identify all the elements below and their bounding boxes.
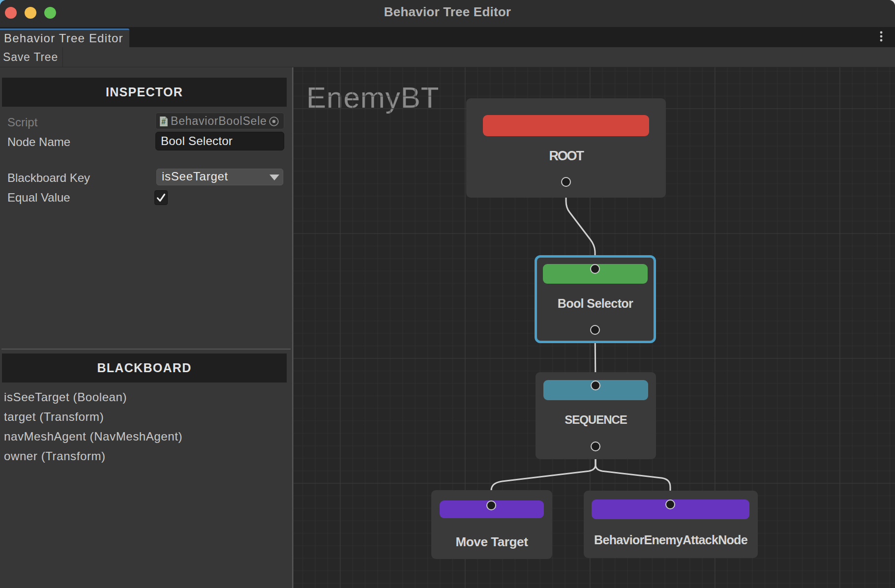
svg-text:#: # (161, 118, 166, 126)
